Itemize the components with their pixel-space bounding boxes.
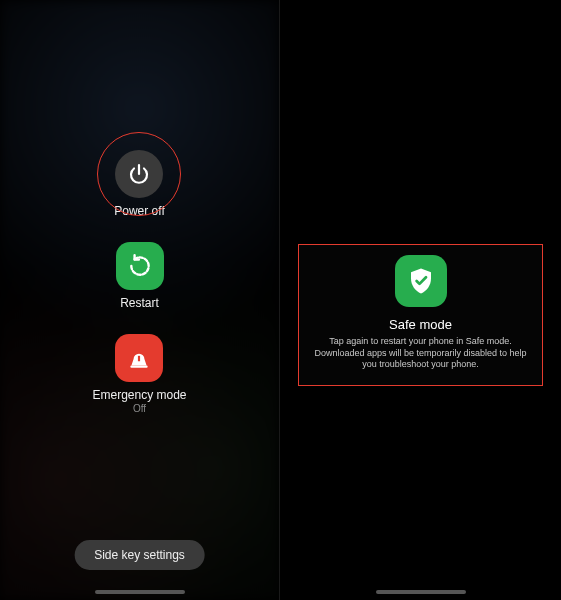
- side-key-settings-button[interactable]: Side key settings: [74, 540, 205, 570]
- safe-mode-title: Safe mode: [389, 317, 452, 332]
- svg-rect-1: [138, 356, 140, 361]
- power-menu: Power off Restart: [0, 0, 279, 600]
- nav-handle[interactable]: [95, 590, 185, 594]
- power-off-button[interactable]: Power off: [114, 150, 164, 218]
- shield-check-icon: [406, 266, 436, 296]
- safe-mode-card: Safe mode Tap again to restart your phon…: [298, 244, 543, 386]
- safe-mode-button[interactable]: [395, 255, 447, 307]
- safe-mode-description: Tap again to restart your phone in Safe …: [309, 336, 532, 371]
- emergency-sublabel: Off: [133, 403, 146, 414]
- restart-button[interactable]: Restart: [116, 242, 164, 310]
- emergency-label: Emergency mode: [92, 388, 186, 402]
- emergency-mode-button[interactable]: Emergency mode Off: [92, 334, 186, 414]
- power-icon: [115, 150, 163, 198]
- side-key-label: Side key settings: [94, 548, 185, 562]
- svg-rect-0: [131, 366, 148, 368]
- restart-icon: [116, 242, 164, 290]
- power-menu-screen: Power off Restart: [0, 0, 280, 600]
- screenshot-pair: Power off Restart: [0, 0, 561, 600]
- nav-handle[interactable]: [376, 590, 466, 594]
- safe-mode-screen: Safe mode Tap again to restart your phon…: [280, 0, 561, 600]
- emergency-icon: [115, 334, 163, 382]
- power-off-label: Power off: [114, 204, 164, 218]
- restart-label: Restart: [120, 296, 159, 310]
